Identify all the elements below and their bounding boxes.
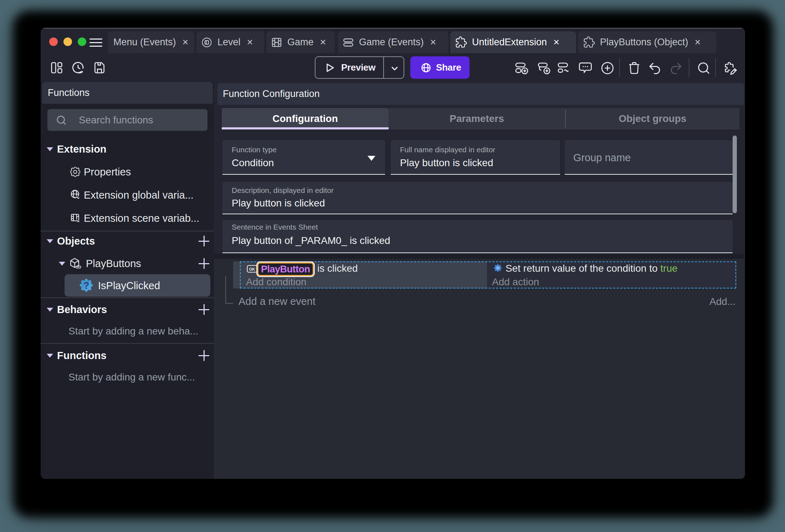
svg-text:OK: OK — [249, 267, 255, 271]
svg-text:2D: 2D — [76, 265, 81, 269]
svg-text:?: ? — [83, 280, 89, 291]
